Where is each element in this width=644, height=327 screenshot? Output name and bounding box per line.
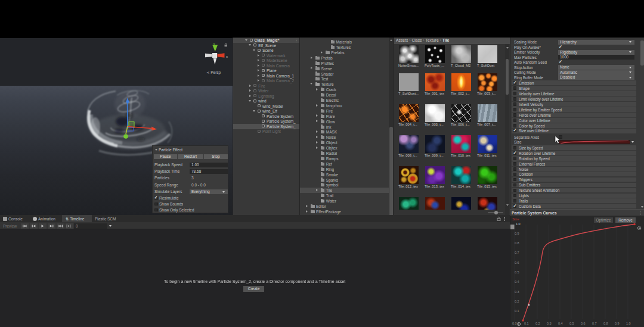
svg-text:x: x	[226, 55, 228, 58]
svg-text:y: y	[213, 42, 215, 45]
svg-text:≺ Persp: ≺ Persp	[206, 70, 221, 75]
